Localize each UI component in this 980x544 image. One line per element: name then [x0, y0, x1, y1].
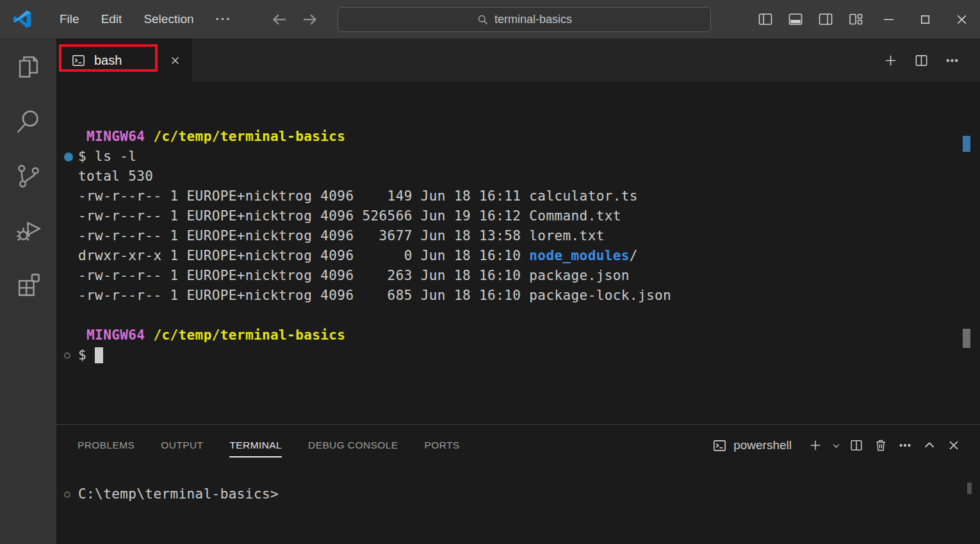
terminal-text: node_modules — [529, 246, 630, 266]
kill-terminal-icon[interactable] — [869, 432, 893, 459]
terminal-text: total 530 — [78, 167, 153, 186]
command-decoration-dot[interactable] — [64, 152, 73, 161]
history-navigation — [271, 11, 318, 28]
customize-layout-icon[interactable] — [840, 0, 870, 38]
more-actions-icon[interactable] — [936, 45, 967, 76]
terminal-cursor — [95, 347, 103, 363]
maximize-panel-icon[interactable] — [917, 432, 942, 459]
menu-edit[interactable]: Edit — [90, 7, 133, 31]
editor-terminal-pane[interactable]: MINGW64 /c/temp/terminal-basics$ ls -lto… — [56, 82, 980, 424]
terminal-line: MINGW64 /c/temp/terminal-basics — [56, 127, 980, 147]
search-icon — [15, 108, 42, 135]
activity-bar — [0, 38, 56, 544]
terminal-text: $ — [78, 345, 95, 365]
vscode-logo-icon — [13, 10, 32, 29]
window-close-button[interactable] — [943, 0, 980, 38]
panel-tab-debug-console[interactable]: DEBUG CONSOLE — [308, 435, 398, 456]
terminal-profile-label: powershell — [733, 438, 792, 452]
title-bar: File Edit Selection ··· terminal-basics — [0, 0, 980, 38]
panel-tab-ports[interactable]: PORTS — [424, 435, 459, 456]
terminal-text: -rw-r--r-- 1 EUROPE+nicktrog 4096 685 Ju… — [78, 286, 671, 306]
source-control-icon — [15, 162, 42, 190]
terminal-text: /c/temp/terminal-basics — [145, 326, 345, 345]
tab-bash[interactable]: bash — [56, 38, 192, 82]
command-decoration-ring[interactable] — [64, 491, 70, 498]
menu-bar: File Edit Selection ··· — [49, 7, 243, 31]
new-terminal-icon[interactable] — [803, 432, 828, 459]
terminal-text: drwxr-xr-x 1 EUROPE+nicktrog 4096 0 Jun … — [78, 246, 529, 266]
terminal-line: total 530 — [56, 167, 980, 186]
scrollbar-thumb[interactable] — [967, 482, 972, 494]
terminal-text: -rw-r--r-- 1 EUROPE+nicktrog 4096 149 Ju… — [78, 186, 638, 206]
split-terminal-icon[interactable] — [844, 432, 869, 459]
terminal-line: $ — [56, 345, 980, 365]
command-center-search[interactable]: terminal-basics — [338, 7, 711, 32]
activity-source-control[interactable] — [0, 162, 56, 217]
panel-actions: powershell — [712, 432, 966, 459]
toggle-primary-sidebar-icon[interactable] — [750, 0, 780, 38]
activity-explorer[interactable] — [0, 53, 56, 108]
launch-profile-chevron-icon[interactable] — [828, 432, 844, 459]
editor-tab-bar: bash — [56, 38, 980, 82]
panel-tab-output[interactable]: OUTPUT — [161, 435, 203, 456]
terminal-text: -rw-r--r-- 1 EUROPE+nicktrog 4096 3677 J… — [78, 226, 605, 246]
vscode-window: File Edit Selection ··· terminal-basics — [0, 0, 980, 544]
panel-terminal-pane[interactable]: C:\temp\terminal-basics> — [56, 466, 980, 544]
panel-tab-terminal[interactable]: TERMINAL — [229, 435, 282, 456]
menu-selection[interactable]: Selection — [133, 7, 204, 31]
terminal-line — [56, 306, 980, 326]
activity-run-debug[interactable] — [0, 217, 56, 271]
extensions-icon — [15, 271, 42, 299]
terminal-line: -rw-r--r-- 1 EUROPE+nicktrog 4096 526566… — [56, 206, 980, 226]
panel-tabs: PROBLEMS OUTPUT TERMINAL DEBUG CONSOLE P… — [78, 435, 460, 456]
terminal-text: MINGW64 — [78, 326, 145, 345]
close-panel-icon[interactable] — [942, 432, 966, 459]
terminal-line: drwxr-xr-x 1 EUROPE+nicktrog 4096 0 Jun … — [56, 246, 980, 266]
panel-header: PROBLEMS OUTPUT TERMINAL DEBUG CONSOLE P… — [56, 425, 980, 466]
toggle-panel-icon[interactable] — [780, 0, 810, 38]
terminal-text: -rw-r--r-- 1 EUROPE+nicktrog 4096 263 Ju… — [78, 266, 630, 286]
panel-tab-problems[interactable]: PROBLEMS — [78, 435, 135, 456]
terminal-profile[interactable]: powershell — [712, 438, 792, 453]
terminal-line: C:\temp\terminal-basics> — [56, 484, 980, 504]
terminal-line: -rw-r--r-- 1 EUROPE+nicktrog 4096 263 Ju… — [56, 266, 980, 286]
powershell-terminal-output: C:\temp\terminal-basics> — [56, 466, 980, 504]
editor-actions — [875, 38, 980, 82]
new-terminal-icon[interactable] — [875, 45, 906, 76]
command-center-label: terminal-basics — [494, 13, 572, 26]
tab-label: bash — [94, 53, 122, 68]
files-icon — [15, 53, 42, 81]
menu-more-ellipsis[interactable]: ··· — [205, 7, 243, 31]
terminal-text: MINGW64 — [78, 127, 145, 147]
terminal-line: -rw-r--r-- 1 EUROPE+nicktrog 4096 3677 J… — [56, 226, 980, 246]
terminal-text: -rw-r--r-- 1 EUROPE+nicktrog 4096 526566… — [78, 206, 621, 226]
split-editor-icon[interactable] — [906, 45, 936, 76]
bash-terminal-output: MINGW64 /c/temp/terminal-basics$ ls -lto… — [56, 82, 980, 365]
terminal-icon — [71, 53, 86, 68]
toggle-secondary-sidebar-icon[interactable] — [810, 0, 840, 38]
go-forward-icon[interactable] — [301, 11, 318, 28]
overview-ruler-command-marker — [963, 136, 970, 152]
go-back-icon[interactable] — [271, 11, 288, 28]
terminal-icon — [712, 438, 727, 453]
terminal-text: /c/temp/terminal-basics — [145, 127, 345, 147]
terminal-line: MINGW64 /c/temp/terminal-basics — [56, 326, 980, 345]
debug-icon — [15, 217, 42, 244]
window-maximize-button[interactable] — [907, 0, 943, 38]
overview-ruler-prompt-marker — [963, 329, 970, 348]
terminal-text: $ ls -l — [78, 147, 136, 167]
activity-search[interactable] — [0, 108, 56, 162]
terminal-line: -rw-r--r-- 1 EUROPE+nicktrog 4096 685 Ju… — [56, 286, 980, 306]
terminal-line: -rw-r--r-- 1 EUROPE+nicktrog 4096 149 Ju… — [56, 186, 980, 206]
window-minimize-button[interactable] — [870, 0, 907, 38]
activity-extensions[interactable] — [0, 271, 56, 326]
terminal-line: $ ls -l — [56, 147, 980, 167]
menu-file[interactable]: File — [49, 7, 90, 31]
tab-close-icon[interactable] — [165, 51, 184, 70]
command-decoration-ring[interactable] — [64, 352, 70, 359]
terminal-text: C:\temp\terminal-basics> — [78, 484, 279, 504]
titlebar-right-controls — [750, 0, 980, 38]
more-actions-icon[interactable] — [893, 432, 917, 459]
terminal-text: / — [630, 246, 638, 266]
search-icon — [477, 13, 489, 26]
